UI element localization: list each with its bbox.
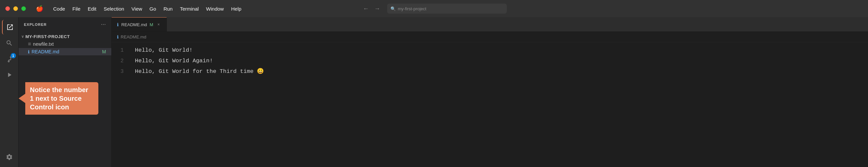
menu-selection[interactable]: Selection bbox=[100, 5, 128, 13]
list-item[interactable]: ℹ README.md M bbox=[19, 48, 111, 55]
code-line-2: 2 Hello, Git World Again! bbox=[112, 56, 868, 66]
sidebar-header-icons: ··· bbox=[101, 22, 106, 27]
activity-bottom bbox=[2, 150, 17, 167]
menu-edit[interactable]: Edit bbox=[84, 5, 100, 13]
minimize-button[interactable] bbox=[13, 6, 18, 11]
code-line-1: 1 Hello, Git World! bbox=[112, 45, 868, 56]
line-number-1: 1 bbox=[112, 45, 130, 56]
menu-run[interactable]: Run bbox=[160, 5, 176, 13]
back-button[interactable]: ← bbox=[361, 4, 371, 13]
callout-box: Notice the number 1 next to Source Contr… bbox=[25, 82, 98, 115]
search-icon bbox=[6, 39, 13, 47]
line-number-2: 2 bbox=[112, 56, 130, 66]
sidebar-more-icon[interactable]: ··· bbox=[101, 22, 106, 27]
folder-name: MY-FIRST-PROJECT bbox=[26, 34, 70, 39]
project-folder[interactable]: ∨ MY-FIRST-PROJECT bbox=[19, 33, 111, 40]
menu-view[interactable]: View bbox=[128, 5, 146, 13]
maximize-button[interactable] bbox=[21, 6, 26, 11]
menu-help[interactable]: Help bbox=[228, 5, 245, 13]
editor-area: ℹ README.md M × ℹ README.md 1 Hello, Git… bbox=[112, 17, 868, 167]
folder-chevron-icon: ∨ bbox=[21, 35, 24, 39]
breadcrumb: ℹ README.md bbox=[112, 32, 868, 42]
file-name: newfile.txt bbox=[33, 41, 54, 47]
callout-arrow bbox=[19, 94, 25, 103]
activity-icon-run[interactable] bbox=[2, 68, 17, 82]
activity-icon-explorer[interactable] bbox=[2, 20, 17, 35]
tab-info-icon: ℹ bbox=[117, 22, 119, 27]
tab-readme[interactable]: ℹ README.md M × bbox=[112, 17, 167, 32]
code-line-3: 3 Hello, Git World for the Third time 😀 bbox=[112, 66, 868, 77]
activity-icon-settings[interactable] bbox=[2, 150, 17, 164]
forward-button[interactable]: → bbox=[373, 4, 382, 13]
traffic-lights bbox=[5, 6, 26, 11]
apple-menu[interactable]: 🍎 bbox=[33, 4, 46, 13]
breadcrumb-path: README.md bbox=[121, 35, 146, 39]
search-text: my-first-project bbox=[398, 6, 426, 11]
main-layout: 1 EXPLORER ··· ∨ bbox=[0, 17, 868, 167]
titlebar: 🍎 Code File Edit Selection View Go Run T… bbox=[0, 0, 868, 17]
file-tree: ∨ MY-FIRST-PROJECT ≡ newfile.txt ℹ READM… bbox=[19, 32, 111, 58]
activity-bar: 1 bbox=[0, 17, 19, 167]
search-bar[interactable]: 🔍 my-first-project bbox=[387, 4, 507, 13]
tab-label: README.md bbox=[121, 22, 147, 27]
line-content-3: Hello, Git World for the Third time 😀 bbox=[132, 66, 264, 77]
code-editor[interactable]: 1 Hello, Git World! 2 Hello, Git World A… bbox=[112, 42, 868, 167]
menu-bar: 🍎 Code File Edit Selection View Go Run T… bbox=[33, 4, 245, 13]
modified-badge: M bbox=[102, 49, 106, 54]
callout-container: Notice the number 1 next to Source Contr… bbox=[19, 82, 98, 115]
source-control-badge: 1 bbox=[11, 53, 16, 58]
settings-icon bbox=[6, 154, 13, 161]
menu-window[interactable]: Window bbox=[203, 5, 227, 13]
line-number-3: 3 bbox=[112, 66, 130, 77]
titlebar-center: ← → 🔍 my-first-project bbox=[361, 4, 507, 13]
file-lines-icon: ≡ bbox=[28, 41, 31, 47]
activity-icon-source-control[interactable]: 1 bbox=[2, 52, 17, 66]
close-button[interactable] bbox=[5, 6, 10, 11]
tab-modified-indicator: M bbox=[150, 22, 153, 27]
tab-bar: ℹ README.md M × bbox=[112, 17, 868, 32]
breadcrumb-info-icon: ℹ bbox=[117, 35, 119, 39]
run-icon bbox=[6, 71, 13, 79]
tree-section: ∨ MY-FIRST-PROJECT ≡ newfile.txt ℹ READM… bbox=[19, 33, 111, 55]
activity-icon-search[interactable] bbox=[2, 36, 17, 50]
sidebar-header: EXPLORER ··· bbox=[19, 17, 111, 32]
sidebar-title: EXPLORER bbox=[24, 23, 47, 27]
menu-file[interactable]: File bbox=[69, 5, 84, 13]
line-content-1: Hello, Git World! bbox=[132, 45, 192, 56]
explorer-icon bbox=[6, 24, 13, 31]
info-icon: ℹ bbox=[28, 49, 30, 54]
list-item[interactable]: ≡ newfile.txt bbox=[19, 40, 111, 48]
file-name: README.md bbox=[32, 49, 59, 54]
tab-close-button[interactable]: × bbox=[156, 22, 161, 27]
line-content-2: Hello, Git World Again! bbox=[132, 56, 213, 66]
search-icon: 🔍 bbox=[391, 6, 396, 11]
menu-code[interactable]: Code bbox=[50, 5, 68, 13]
menu-terminal[interactable]: Terminal bbox=[177, 5, 202, 13]
menu-go[interactable]: Go bbox=[146, 5, 159, 13]
nav-arrows: ← → bbox=[361, 4, 382, 13]
